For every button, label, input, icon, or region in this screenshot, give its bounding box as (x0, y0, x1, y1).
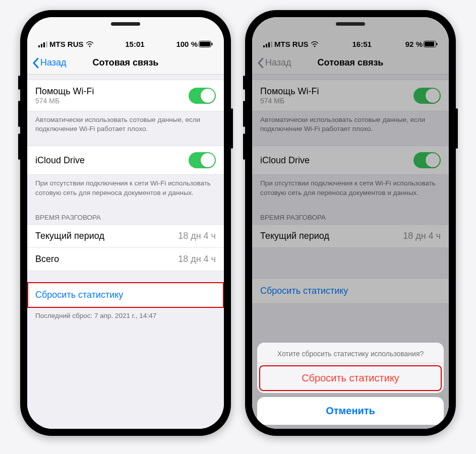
volume-up-button (243, 134, 245, 160)
current-period-value: 18 дн 4 ч (178, 231, 216, 241)
mute-switch (18, 76, 20, 90)
svg-rect-14 (425, 42, 434, 46)
speaker-slot (336, 22, 365, 26)
chevron-left-icon (257, 57, 264, 69)
nav-title: Сотовая связь (93, 57, 159, 68)
icloud-drive-toggle (413, 152, 441, 168)
svg-point-12 (314, 45, 315, 47)
total-row: Всего 18 дн 4 ч (27, 248, 224, 271)
nav-back-label: Назад (265, 57, 291, 68)
cell-signal-icon (263, 41, 272, 47)
battery-icon (199, 41, 213, 47)
icloud-drive-row: iCloud Drive (252, 146, 449, 175)
power-button (231, 108, 233, 149)
wifi-assist-row: Помощь Wi-Fi 574 МБ (252, 80, 449, 111)
nav-bar: Назад Сотовая связь (252, 51, 449, 75)
current-period-row: Текущий период 18 дн 4 ч (252, 224, 449, 248)
action-sheet-reset-label: Сбросить статистику (302, 372, 399, 383)
battery-icon (424, 41, 438, 47)
icloud-drive-row[interactable]: iCloud Drive (27, 146, 224, 175)
cell-signal-icon (38, 41, 47, 47)
wifi-icon (86, 41, 94, 47)
wifi-assist-usage: 574 МБ (260, 97, 319, 105)
screen-right: MTS RUS 16:51 92 % Назад Сотовая связь П… (252, 17, 449, 429)
wifi-assist-title: Помощь Wi-Fi (35, 86, 94, 97)
current-period-value: 18 дн 4 ч (403, 231, 441, 241)
current-period-label: Текущий период (260, 231, 329, 241)
status-left: MTS RUS (263, 40, 319, 48)
wifi-assist-toggle (413, 88, 441, 104)
icloud-drive-title: iCloud Drive (35, 155, 85, 166)
icloud-drive-footer: При отсутствии подключения к сети Wi-Fi … (27, 175, 224, 204)
nav-back-button[interactable]: Назад (27, 57, 67, 69)
svg-rect-9 (266, 44, 267, 47)
svg-rect-0 (38, 45, 40, 47)
svg-point-4 (89, 45, 90, 47)
settings-content[interactable]: Помощь Wi-Fi 574 МБ Автоматически исполь… (27, 75, 224, 429)
battery-percent-label: 92 % (405, 40, 423, 48)
action-sheet-message: Хотите сбросить статистику использования… (257, 343, 444, 363)
wifi-assist-footer: Автоматически использовать сотовые данны… (252, 111, 449, 141)
speaker-slot (111, 22, 140, 26)
svg-rect-2 (43, 42, 45, 47)
nav-title: Сотовая связь (318, 57, 384, 68)
svg-rect-8 (263, 45, 265, 47)
last-reset-label: Последний сброс: 7 апр. 2021 г., 14:47 (27, 308, 224, 323)
carrier-label: MTS RUS (274, 40, 309, 48)
chevron-left-icon (32, 57, 39, 69)
total-label: Всего (35, 254, 59, 265)
nav-back-button[interactable]: Назад (252, 57, 291, 69)
clock-label: 15:01 (125, 40, 144, 48)
wifi-assist-title: Помощь Wi-Fi (260, 86, 319, 97)
nav-bar: Назад Сотовая связь (27, 51, 224, 75)
nav-back-label: Назад (40, 57, 67, 68)
svg-rect-15 (436, 43, 437, 45)
total-value: 18 дн 4 ч (178, 254, 216, 265)
clock-label: 16:51 (352, 40, 371, 48)
wifi-icon (311, 41, 319, 47)
svg-rect-3 (46, 41, 47, 47)
icloud-drive-title: iCloud Drive (260, 155, 310, 166)
wifi-assist-footer: Автоматически использовать сотовые данны… (27, 111, 224, 141)
volume-up-button (18, 134, 20, 160)
reset-statistics-button: Сбросить статистику (252, 278, 449, 304)
svg-rect-1 (41, 44, 42, 47)
action-sheet-cancel-button[interactable]: Отменить (257, 397, 444, 425)
status-right: 100 % (176, 40, 213, 48)
wifi-assist-usage: 574 МБ (35, 97, 94, 105)
action-sheet: Хотите сбросить статистику использования… (257, 343, 444, 425)
current-period-row: Текущий период 18 дн 4 ч (27, 224, 224, 248)
action-sheet-card: Хотите сбросить статистику использования… (257, 343, 444, 393)
reset-statistics-button[interactable]: Сбросить статистику (27, 282, 224, 308)
volume-down-button (243, 101, 245, 127)
call-time-header: ВРЕМЯ РАЗГОВОРА (27, 205, 224, 224)
svg-rect-11 (271, 41, 272, 47)
action-sheet-cancel-label: Отменить (326, 405, 375, 416)
action-sheet-reset-button[interactable]: Сбросить статистику (258, 364, 443, 392)
carrier-label: MTS RUS (49, 40, 84, 48)
svg-rect-10 (268, 42, 270, 47)
svg-rect-6 (200, 42, 210, 46)
icloud-drive-toggle[interactable] (189, 152, 216, 168)
power-button (456, 108, 458, 149)
status-right: 92 % (405, 40, 438, 48)
device-left: MTS RUS 15:01 100 % Назад Сотовая связь … (20, 10, 231, 436)
call-time-header: ВРЕМЯ РАЗГОВОРА (252, 205, 449, 224)
volume-down-button (18, 101, 20, 127)
icloud-drive-footer: При отсутствии подключения к сети Wi-Fi … (252, 175, 449, 204)
current-period-label: Текущий период (35, 231, 104, 241)
wifi-assist-row[interactable]: Помощь Wi-Fi 574 МБ (27, 80, 224, 111)
reset-statistics-label: Сбросить статистику (260, 286, 348, 296)
device-right: MTS RUS 16:51 92 % Назад Сотовая связь П… (245, 10, 456, 436)
status-left: MTS RUS (38, 40, 94, 48)
wifi-assist-toggle[interactable] (189, 88, 216, 104)
screen-left: MTS RUS 15:01 100 % Назад Сотовая связь … (27, 17, 224, 429)
mute-switch (243, 76, 245, 90)
reset-statistics-label: Сбросить статистику (35, 290, 123, 300)
battery-percent-label: 100 % (176, 40, 198, 48)
svg-rect-7 (211, 43, 212, 45)
